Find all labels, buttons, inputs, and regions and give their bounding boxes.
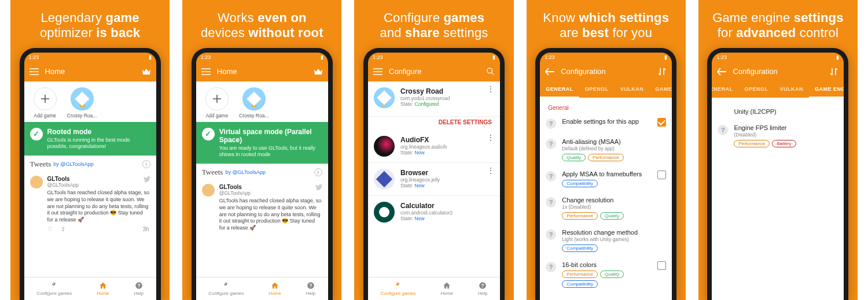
- status-bar: 1:23 ▮: [24, 53, 156, 62]
- app-row-calculator[interactable]: Calculator com.android.calculator2 State…: [368, 196, 500, 228]
- app-row-browser[interactable]: Browser org.lineageos.jelly State: New ⋮: [368, 163, 500, 196]
- check-icon: ✓: [30, 128, 43, 140]
- app-icon: [374, 136, 395, 157]
- status-time: 1:23: [29, 54, 39, 60]
- banner-subtitle: You are ready to use GLTools, but it rea…: [219, 145, 322, 158]
- app-title: Home: [217, 67, 237, 76]
- help-icon[interactable]: ?: [546, 262, 556, 272]
- delete-settings-button[interactable]: DELETE SETTINGS: [368, 117, 500, 130]
- app-icon: [374, 169, 395, 190]
- app-title: Configuration: [733, 67, 777, 76]
- app-row-audiofx[interactable]: AudioFX org.lineageos.audiofx State: New…: [368, 130, 500, 163]
- row-resolution[interactable]: ? Change resolution 1x (Disabled) Perfor…: [540, 192, 672, 224]
- tweets-label: Tweets: [30, 160, 52, 169]
- add-game-chip[interactable]: Add game: [30, 87, 60, 118]
- tab-vulkan[interactable]: VULKAN: [615, 82, 650, 98]
- row-msaa[interactable]: ? Anti-aliasing (MSAA) Default (defined …: [540, 134, 672, 166]
- tab-general[interactable]: GENERAL: [540, 82, 579, 98]
- banner-title: Rooted mode: [47, 128, 150, 136]
- nav-help[interactable]: ?Help: [478, 282, 487, 296]
- screen: Home Add game Crossy Roa...: [24, 62, 156, 300]
- twitter-icon: [315, 184, 322, 190]
- help-icon[interactable]: ?: [546, 171, 556, 182]
- mode-banner: ✓ Rooted mode GLTools is running in the …: [24, 122, 156, 156]
- tabs: ENERAL OPENGL VULKAN GAME ENGINE: [712, 82, 844, 98]
- checkbox-enable[interactable]: [657, 118, 666, 127]
- row-fps-limiter[interactable]: ? Engine FPS limiter (Disabled) Performa…: [712, 120, 844, 152]
- crown-icon[interactable]: [141, 66, 152, 77]
- more-icon[interactable]: ⋮: [487, 87, 494, 91]
- checkbox-16bit[interactable]: [657, 261, 666, 270]
- chicken-icon: [374, 87, 395, 108]
- help-icon[interactable]: ?: [546, 197, 556, 208]
- chicken-icon: [242, 87, 266, 110]
- like-icon[interactable]: ♡: [47, 226, 53, 232]
- tab-vulkan[interactable]: VULKAN: [774, 82, 809, 98]
- nav-configure[interactable]: Configure games: [36, 282, 72, 296]
- nav-configure[interactable]: Configure games: [208, 282, 244, 296]
- svg-text:?: ?: [310, 283, 312, 288]
- game-chip-crossy[interactable]: Crossy Roa...: [239, 87, 269, 118]
- battery-icon: ▮: [321, 54, 323, 60]
- search-icon[interactable]: [485, 66, 495, 77]
- avatar: [202, 184, 215, 197]
- row-enable[interactable]: ? Enable settings for this app: [540, 113, 672, 134]
- nav-help[interactable]: ?Help: [306, 282, 315, 296]
- nav-home[interactable]: Home: [97, 282, 109, 296]
- hamburger-icon[interactable]: [201, 66, 211, 77]
- row-unity: Unity (IL2CPP): [712, 98, 844, 120]
- phone-frame: 1:23▮ Home Add game: [192, 48, 333, 300]
- mode-banner: ✓ Virtual space mode (Parallel Space) Yo…: [196, 122, 328, 164]
- tab-general[interactable]: ENERAL: [712, 82, 738, 98]
- tweets-by-link[interactable]: by @GLToolsApp: [53, 161, 94, 167]
- row-res-method[interactable]: ? Resolution change method Light (works …: [540, 224, 672, 257]
- help-icon[interactable]: ?: [546, 118, 556, 129]
- tweet[interactable]: GLTools @GLToolsApp GLTools has reached …: [24, 172, 156, 225]
- row-16bit[interactable]: ? 16-bit colors PerformanceQualityCompat…: [540, 257, 672, 292]
- slide-3: Configure games and share settings 1:23▮…: [354, 0, 513, 300]
- app-row-crossy[interactable]: Crossy Road com.yodo1.crossyroad State: …: [368, 82, 500, 117]
- hamburger-icon[interactable]: [373, 66, 383, 77]
- info-icon[interactable]: i: [314, 168, 322, 176]
- help-icon[interactable]: ?: [718, 125, 728, 135]
- app-title: Home: [45, 67, 65, 76]
- svg-text:?: ?: [481, 283, 484, 288]
- crown-icon[interactable]: [313, 66, 323, 77]
- nav-configure[interactable]: Configure games: [381, 282, 416, 296]
- twitter-icon: [144, 176, 150, 182]
- tweet-actions: ♡ ⇪ 3h: [24, 226, 156, 235]
- checkbox-msaa-fb[interactable]: [657, 171, 666, 179]
- sort-icon[interactable]: [657, 66, 667, 77]
- tweet-handle: @GLToolsApp: [47, 182, 150, 188]
- add-game-chip[interactable]: Add game: [202, 87, 232, 118]
- tab-game-engine[interactable]: GAME ENGINE: [809, 82, 844, 98]
- nav-home[interactable]: Home: [269, 282, 281, 296]
- tab-game-engine[interactable]: GAME ENG: [649, 82, 672, 98]
- nav-home[interactable]: Home: [441, 282, 453, 296]
- back-icon[interactable]: [545, 66, 555, 77]
- slide-5: Game engine settings for advanced contro…: [698, 0, 858, 300]
- game-chips: Add game Crossy Roa...: [24, 82, 156, 122]
- tweets-by-link[interactable]: by @GLToolsApp: [225, 169, 266, 175]
- tweet[interactable]: GLTools @GLToolsApp GLTools has reached …: [196, 180, 328, 234]
- tab-opengl[interactable]: OPENGL: [738, 82, 774, 98]
- share-icon[interactable]: ⇪: [61, 226, 65, 232]
- screenshot-gallery: Legendary game optimizer is back 1:23 ▮ …: [0, 0, 868, 300]
- game-chip-crossy[interactable]: Crossy Roa...: [67, 87, 97, 118]
- more-icon[interactable]: ⋮: [487, 169, 494, 172]
- info-icon[interactable]: i: [142, 160, 150, 168]
- battery-icon: ▮: [149, 54, 152, 60]
- hamburger-icon[interactable]: [29, 66, 39, 77]
- tagline-5: Game engine settings for advanced contro…: [707, 0, 849, 48]
- bottom-nav: Configure games Home ? Help: [24, 277, 156, 300]
- back-icon[interactable]: [716, 66, 727, 77]
- sort-icon[interactable]: [829, 66, 839, 77]
- help-icon[interactable]: ?: [546, 229, 556, 240]
- help-icon[interactable]: ?: [546, 139, 556, 149]
- row-msaa-fb[interactable]: ? Apply MSAA to framebuffers Compatibili…: [540, 166, 672, 192]
- app-icon: [374, 202, 395, 223]
- tab-opengl[interactable]: OPENGL: [579, 82, 615, 98]
- more-icon[interactable]: ⋮: [487, 136, 494, 139]
- nav-help[interactable]: ? Help: [134, 282, 144, 296]
- app-title: Configuration: [561, 67, 605, 76]
